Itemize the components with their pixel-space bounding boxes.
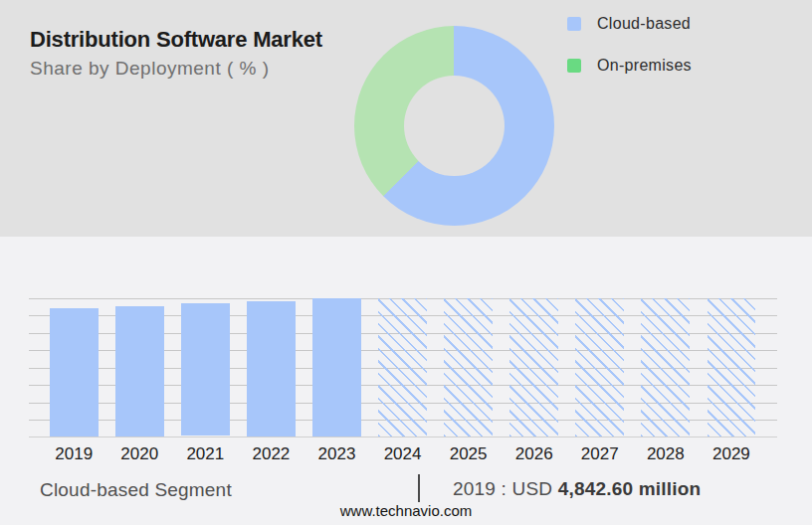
- bar-forecast-2029: [708, 298, 756, 436]
- bar-forecast-2028: [641, 298, 690, 436]
- bar-forecast-2025: [444, 298, 493, 436]
- bar-2021: [181, 303, 230, 436]
- footer-value: 2019 : USD 4,842.60 million: [453, 478, 701, 500]
- bar-forecast-2026: [509, 298, 558, 436]
- x-axis-label-2019: 2019: [41, 444, 106, 464]
- x-axis-label-2027: 2027: [567, 444, 633, 464]
- footer-value-prefix: 2019 : USD: [453, 478, 558, 499]
- bar-2020: [115, 306, 164, 436]
- bar-forecast-2024: [378, 298, 427, 436]
- x-axis-label-2021: 2021: [172, 444, 238, 464]
- x-axis-label-2020: 2020: [106, 444, 172, 464]
- bar-chart: 2019202020212022202320242025202620272028…: [0, 0, 812, 525]
- x-axis-label-2025: 2025: [436, 444, 502, 464]
- bar-2019: [50, 308, 99, 437]
- segment-label: Cloud-based Segment: [40, 479, 232, 501]
- x-axis-label-2029: 2029: [699, 444, 764, 464]
- x-axis-label-2022: 2022: [238, 444, 304, 464]
- x-axis-label-2028: 2028: [633, 444, 699, 464]
- bar-forecast-2027: [575, 298, 624, 436]
- footer-divider: [418, 474, 420, 502]
- x-axis-label-2026: 2026: [502, 444, 567, 464]
- bar-2022: [247, 301, 296, 437]
- footer-value-amount: 4,842.60 million: [558, 478, 702, 499]
- infographic-canvas: Distribution Software Market Share by De…: [0, 0, 812, 525]
- x-axis-label-2024: 2024: [370, 444, 436, 464]
- x-axis-line: [29, 437, 777, 438]
- x-axis-label-2023: 2023: [304, 444, 369, 464]
- website-link[interactable]: www.technavio.com: [0, 502, 812, 519]
- bar-2023: [312, 298, 361, 437]
